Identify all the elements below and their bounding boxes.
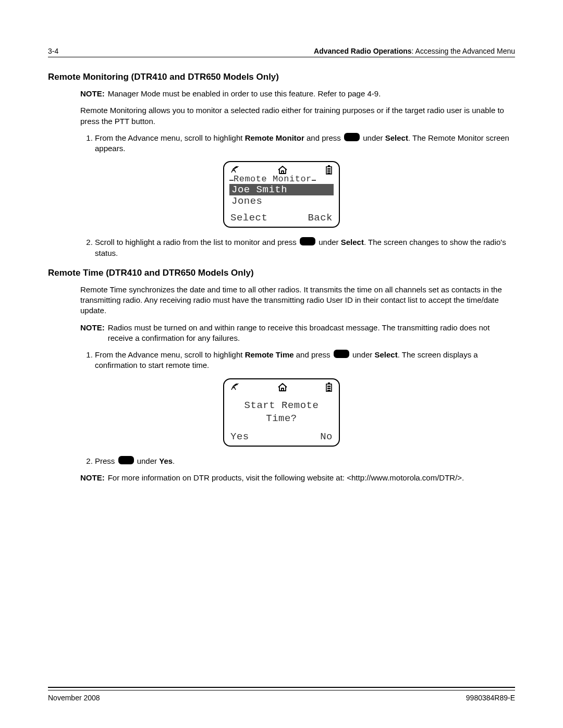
svg-rect-3 <box>327 170 331 172</box>
softkey-icon <box>118 456 134 464</box>
softkey-icon <box>300 237 315 245</box>
paragraph: Remote Time synchronizes the date and ti… <box>80 285 515 316</box>
svg-rect-1 <box>328 165 330 167</box>
svg-rect-6 <box>328 382 330 384</box>
footer-rule <box>48 687 515 690</box>
lcd-list-item-selected: Joe Smith <box>229 184 334 195</box>
note-label: NOTE: <box>80 89 105 99</box>
note-block: NOTE: For more information on DTR produc… <box>80 473 515 483</box>
lcd-screen-title: Remote Monitor <box>234 174 312 184</box>
lcd-softkey-right: Back <box>308 212 333 224</box>
step-list: Press under Yes. <box>80 456 515 466</box>
section-heading-remote-monitoring: Remote Monitoring (DTR410 and DTR650 Mod… <box>48 72 515 82</box>
signal-icon <box>230 384 240 391</box>
note-block: NOTE: Radios must be turned on and withi… <box>80 323 515 344</box>
lcd-list-item: Jones <box>229 195 334 207</box>
note-label: NOTE: <box>80 473 105 483</box>
paragraph: Remote Monitoring allows you to monitor … <box>80 105 515 127</box>
page: 3-4 Advanced Radio Operations: Accessing… <box>0 0 563 728</box>
footer-date: November 2008 <box>48 694 100 702</box>
step-list: From the Advance menu, scroll to highlig… <box>80 350 515 371</box>
battery-icon <box>325 382 333 392</box>
step-1: From the Advance menu, scroll to highlig… <box>95 133 515 154</box>
note-text: Manager Mode must be enabled in order to… <box>108 89 381 99</box>
page-number: 3-4 <box>48 47 58 55</box>
page-footer: November 2008 9980384R89-E <box>48 687 515 702</box>
svg-rect-7 <box>327 386 331 387</box>
note-text: Radios must be turned on and within rang… <box>108 323 515 344</box>
note-block: NOTE: Manager Mode must be enabled in or… <box>80 89 515 99</box>
home-icon <box>277 383 288 391</box>
lcd-screen-remote-time: Start Remote Time? Yes No <box>223 378 340 447</box>
lcd-prompt: Start Remote Time? <box>229 399 334 426</box>
lcd-screen-title-row: Remote Monitor <box>229 177 334 184</box>
svg-rect-9 <box>327 390 331 391</box>
svg-rect-2 <box>327 168 331 170</box>
softkey-icon <box>334 350 349 358</box>
chapter-rest: : Accessing the Advanced Menu <box>412 47 515 55</box>
lcd-softkey-left: Yes <box>230 431 249 442</box>
step-list: Scroll to highlight a radio from the lis… <box>80 237 515 258</box>
battery-icon <box>325 165 333 175</box>
step-2: Press under Yes. <box>95 456 515 466</box>
chapter-bold: Advanced Radio Operations <box>314 47 411 55</box>
section-heading-remote-time: Remote Time (DTR410 and DTR650 Models On… <box>48 268 515 278</box>
softkey-icon <box>344 133 360 141</box>
lcd-softkey-left: Select <box>230 212 267 224</box>
footer-docnum: 9980384R89-E <box>466 694 515 702</box>
note-text: For more information on DTR products, vi… <box>108 473 464 483</box>
step-list: From the Advance menu, scroll to highlig… <box>80 133 515 154</box>
svg-rect-4 <box>327 172 331 174</box>
home-icon <box>277 166 288 174</box>
chapter-title: Advanced Radio Operations: Accessing the… <box>314 47 515 55</box>
lcd-screen-remote-monitor: Remote Monitor Joe Smith Jones Select Ba… <box>223 161 340 228</box>
lcd-softkey-right: No <box>320 431 333 442</box>
signal-icon <box>230 166 240 174</box>
page-header: 3-4 Advanced Radio Operations: Accessing… <box>48 47 515 57</box>
lcd-status-bar <box>229 382 334 393</box>
svg-rect-8 <box>327 388 331 389</box>
lcd-softkeys: Select Back <box>229 212 334 224</box>
step-2: Scroll to highlight a radio from the lis… <box>95 237 515 258</box>
step-1: From the Advance menu, scroll to highlig… <box>95 350 515 371</box>
lcd-softkeys: Yes No <box>229 431 334 442</box>
note-label: NOTE: <box>80 323 105 344</box>
